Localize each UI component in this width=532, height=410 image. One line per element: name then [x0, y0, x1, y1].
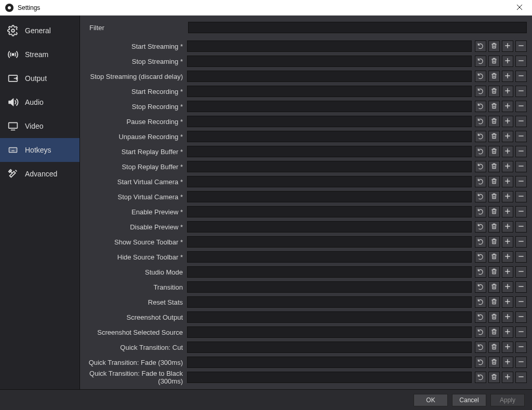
- remove-button[interactable]: [515, 281, 527, 293]
- undo-button[interactable]: [475, 372, 486, 383]
- hotkey-input[interactable]: [187, 357, 472, 368]
- remove-button[interactable]: [515, 206, 527, 217]
- hotkey-input[interactable]: [187, 372, 472, 383]
- sidebar-item-hotkeys[interactable]: Hotkeys: [0, 138, 79, 162]
- add-button[interactable]: [502, 86, 513, 97]
- add-button[interactable]: [502, 131, 513, 142]
- sidebar-item-output[interactable]: Output: [0, 66, 79, 90]
- clear-button[interactable]: [488, 116, 500, 127]
- add-button[interactable]: [502, 176, 513, 187]
- add-button[interactable]: [502, 357, 513, 368]
- clear-button[interactable]: [488, 296, 500, 308]
- add-button[interactable]: [502, 206, 513, 217]
- hotkey-input[interactable]: [187, 176, 472, 187]
- hotkey-input[interactable]: [187, 40, 472, 52]
- clear-button[interactable]: [488, 56, 500, 67]
- clear-button[interactable]: [488, 266, 500, 278]
- add-button[interactable]: [502, 236, 513, 248]
- hotkey-input[interactable]: [187, 236, 472, 248]
- undo-button[interactable]: [475, 191, 486, 202]
- hotkey-input[interactable]: [187, 146, 472, 157]
- add-button[interactable]: [502, 281, 513, 293]
- clear-button[interactable]: [488, 372, 500, 383]
- undo-button[interactable]: [475, 311, 486, 323]
- cancel-button[interactable]: Cancel: [452, 394, 486, 406]
- hotkey-input[interactable]: [187, 221, 472, 233]
- add-button[interactable]: [502, 296, 513, 308]
- undo-button[interactable]: [475, 281, 486, 293]
- clear-button[interactable]: [488, 161, 500, 172]
- remove-button[interactable]: [515, 161, 527, 172]
- hotkey-input[interactable]: [187, 281, 472, 293]
- sidebar-item-general[interactable]: General: [0, 19, 79, 43]
- hotkey-scroll-area[interactable]: Filter Start Streaming *Stop Streaming *…: [80, 16, 532, 389]
- undo-button[interactable]: [475, 326, 486, 338]
- clear-button[interactable]: [488, 40, 500, 52]
- clear-button[interactable]: [488, 86, 500, 97]
- apply-button[interactable]: Apply: [490, 394, 525, 406]
- undo-button[interactable]: [475, 221, 486, 233]
- remove-button[interactable]: [515, 357, 527, 368]
- sidebar-item-video[interactable]: Video: [0, 114, 79, 138]
- undo-button[interactable]: [475, 101, 486, 112]
- remove-button[interactable]: [515, 311, 527, 323]
- remove-button[interactable]: [515, 176, 527, 187]
- remove-button[interactable]: [515, 236, 527, 248]
- hotkey-input[interactable]: [187, 56, 472, 67]
- undo-button[interactable]: [475, 116, 486, 127]
- undo-button[interactable]: [475, 146, 486, 157]
- undo-button[interactable]: [475, 176, 486, 187]
- remove-button[interactable]: [515, 116, 527, 127]
- undo-button[interactable]: [475, 56, 486, 67]
- clear-button[interactable]: [488, 101, 500, 112]
- add-button[interactable]: [502, 221, 513, 233]
- clear-button[interactable]: [488, 281, 500, 293]
- remove-button[interactable]: [515, 221, 527, 233]
- remove-button[interactable]: [515, 40, 527, 52]
- hotkey-input[interactable]: [187, 311, 472, 323]
- add-button[interactable]: [502, 56, 513, 67]
- undo-button[interactable]: [475, 296, 486, 308]
- remove-button[interactable]: [515, 191, 527, 202]
- add-button[interactable]: [502, 116, 513, 127]
- remove-button[interactable]: [515, 56, 527, 67]
- filter-input[interactable]: [188, 22, 527, 33]
- hotkey-input[interactable]: [187, 101, 472, 112]
- clear-button[interactable]: [488, 131, 500, 142]
- undo-button[interactable]: [475, 71, 486, 82]
- undo-button[interactable]: [475, 266, 486, 278]
- remove-button[interactable]: [515, 131, 527, 142]
- undo-button[interactable]: [475, 131, 486, 142]
- add-button[interactable]: [502, 341, 513, 353]
- remove-button[interactable]: [515, 296, 527, 308]
- clear-button[interactable]: [488, 357, 500, 368]
- hotkey-input[interactable]: [187, 206, 472, 217]
- add-button[interactable]: [502, 71, 513, 82]
- add-button[interactable]: [502, 40, 513, 52]
- add-button[interactable]: [502, 326, 513, 338]
- hotkey-input[interactable]: [187, 341, 472, 353]
- hotkey-input[interactable]: [187, 116, 472, 127]
- sidebar-item-advanced[interactable]: Advanced: [0, 162, 79, 186]
- add-button[interactable]: [502, 191, 513, 202]
- undo-button[interactable]: [475, 40, 486, 52]
- add-button[interactable]: [502, 146, 513, 157]
- clear-button[interactable]: [488, 191, 500, 202]
- clear-button[interactable]: [488, 236, 500, 248]
- clear-button[interactable]: [488, 71, 500, 82]
- add-button[interactable]: [502, 372, 513, 383]
- undo-button[interactable]: [475, 206, 486, 217]
- hotkey-input[interactable]: [187, 86, 472, 97]
- add-button[interactable]: [502, 311, 513, 323]
- clear-button[interactable]: [488, 176, 500, 187]
- add-button[interactable]: [502, 161, 513, 172]
- remove-button[interactable]: [515, 341, 527, 353]
- remove-button[interactable]: [515, 326, 527, 338]
- remove-button[interactable]: [515, 266, 527, 278]
- remove-button[interactable]: [515, 146, 527, 157]
- add-button[interactable]: [502, 101, 513, 112]
- hotkey-input[interactable]: [187, 266, 472, 278]
- remove-button[interactable]: [515, 251, 527, 263]
- hotkey-input[interactable]: [187, 251, 472, 263]
- clear-button[interactable]: [488, 311, 500, 323]
